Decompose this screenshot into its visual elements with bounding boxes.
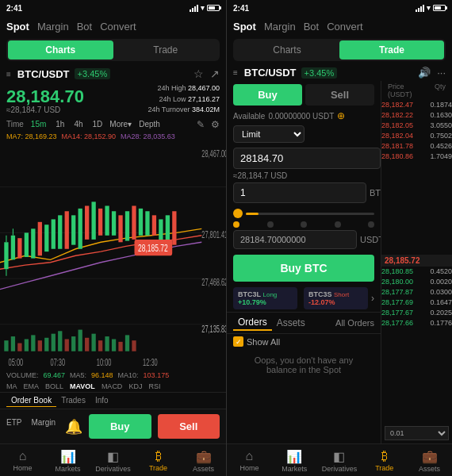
tf-more[interactable]: More▾	[109, 120, 132, 129]
sell-button-left[interactable]: Sell	[158, 414, 220, 439]
nav-tab-convert-left[interactable]: Convert	[100, 19, 136, 34]
status-bar-right: 2:41 ▾	[227, 0, 452, 16]
nav-derivatives-right[interactable]: ◧ Derivatives	[317, 447, 362, 474]
tick-25[interactable]	[267, 221, 274, 228]
ob-tab-trades[interactable]: Trades	[56, 394, 90, 407]
more-icon[interactable]: ···	[437, 67, 446, 79]
svg-rect-46	[25, 339, 29, 351]
nav-tab-bot-right[interactable]: Bot	[304, 19, 320, 34]
amount-input[interactable]	[233, 182, 366, 203]
nav-tab-margin-left[interactable]: Margin	[37, 19, 69, 34]
amount-currency: BTC	[370, 188, 381, 198]
btc3l-token[interactable]: BTC3L Long +10.79%	[233, 287, 297, 309]
buy-button-left[interactable]: Buy	[89, 414, 151, 439]
tf-15m[interactable]: 15m	[29, 119, 48, 129]
all-orders-btn[interactable]: All Orders	[335, 318, 374, 328]
signal-icon	[190, 4, 198, 12]
slider-track[interactable]	[246, 213, 374, 215]
ma10-label: MA10:	[118, 371, 139, 379]
ind-rsi[interactable]: RSI	[148, 382, 160, 390]
ind-boll[interactable]: BOLL	[45, 382, 63, 390]
btc3s-tag: Short	[334, 291, 349, 298]
alerts-icon[interactable]: 🔔	[65, 418, 82, 436]
sell-tab[interactable]: Sell	[305, 84, 374, 106]
trade-tab-left[interactable]: Trade	[113, 40, 219, 60]
tf-4h[interactable]: 4h	[71, 119, 85, 129]
total-input[interactable]	[233, 230, 357, 249]
nav-tab-spot-left[interactable]: Spot	[6, 19, 29, 34]
svg-rect-57	[98, 340, 102, 351]
derivatives-icon-left: ◧	[107, 449, 119, 464]
ind-kdj[interactable]: KDJ	[128, 382, 142, 390]
nav-assets-left[interactable]: 💼 Assets	[181, 447, 226, 474]
nav-markets-left[interactable]: 📊 Markets	[45, 447, 90, 474]
nav-home-left[interactable]: ⌂ Home	[0, 447, 45, 474]
svg-rect-56	[91, 333, 95, 351]
nav-tab-margin-right[interactable]: Margin	[264, 19, 296, 34]
nav-tab-spot-right[interactable]: Spot	[233, 19, 256, 34]
btc3s-token[interactable]: BTC3S Short -12.07%	[304, 287, 368, 309]
order-type-select[interactable]: Limit Market Stop Limit	[233, 125, 305, 143]
charts-tab-left[interactable]: Charts	[8, 40, 113, 60]
tf-1d[interactable]: 1D	[90, 119, 105, 129]
orders-tab[interactable]: Orders	[233, 315, 272, 331]
available-row: Available 0.00000000 USDT ⊕	[227, 109, 381, 123]
assets-tab[interactable]: Assets	[272, 316, 310, 330]
btc3s-pct: -12.07%	[308, 298, 335, 306]
tick-75[interactable]	[335, 221, 341, 228]
tick-50[interactable]	[301, 221, 307, 228]
qty-select[interactable]: 0.01 0.1 1	[385, 426, 449, 440]
price-input[interactable]	[233, 148, 381, 169]
buy-btc-button[interactable]: Buy BTC	[233, 255, 374, 282]
nav-trade-left[interactable]: ₿ Trade	[136, 447, 181, 474]
tick-0[interactable]	[233, 221, 239, 228]
nav-assets-right[interactable]: 💼 Assets	[407, 447, 452, 474]
lev-arrow-icon[interactable]: ›	[371, 293, 374, 304]
ind-macd[interactable]: MACD	[102, 382, 123, 390]
show-all-row: ✓ Show All	[227, 334, 381, 349]
trade-tab-right[interactable]: Trade	[339, 40, 444, 60]
slider-ticks	[227, 221, 381, 228]
ob-tab-info[interactable]: Info	[90, 394, 113, 407]
buy-tab[interactable]: Buy	[233, 84, 302, 106]
nav-markets-right[interactable]: 📊 Markets	[272, 447, 317, 474]
star-icon[interactable]: ☆	[193, 67, 204, 80]
total-currency: USDT	[360, 235, 381, 244]
slider-handle[interactable]	[233, 209, 243, 218]
ma5-value: 96.148	[91, 371, 113, 379]
empty-state: Oops, you don't have any balance in the …	[227, 349, 381, 381]
show-all-checkbox[interactable]: ✓	[233, 336, 243, 347]
btc3s-name: BTC3S	[308, 290, 332, 298]
ma28-indicator: MA28: 28,035.63	[121, 132, 175, 140]
ind-ma[interactable]: MA	[6, 382, 17, 390]
nav-tab-convert-right[interactable]: Convert	[327, 19, 363, 34]
trade-label-left: Trade	[149, 464, 167, 472]
margin-icon[interactable]: Margin	[31, 418, 56, 436]
share-icon[interactable]: ↗	[210, 67, 220, 80]
audio-icon[interactable]: 🔊	[418, 67, 431, 79]
ind-ema[interactable]: EMA	[24, 382, 40, 390]
settings-icon[interactable]: ⚙	[211, 119, 220, 130]
chart-area-left: 28,467.00 27,801.41 27,468.62 27,135.83	[0, 141, 226, 370]
charts-tab-right[interactable]: Charts	[235, 40, 339, 60]
btc3l-pct: +10.79%	[238, 298, 266, 306]
svg-rect-48	[38, 340, 42, 351]
mas-label: MA5:	[70, 371, 86, 379]
info-icon[interactable]: ⊕	[337, 110, 345, 121]
ticker-symbol-left: BTC/USDT	[17, 68, 70, 80]
ticker-lines-icon-right: ≡	[233, 68, 238, 77]
pencil-icon[interactable]: ✎	[197, 119, 205, 130]
nav-derivatives-left[interactable]: ◧ Derivatives	[90, 447, 136, 474]
ob-tab-orderbook[interactable]: Order Book	[6, 394, 56, 407]
etp-icon[interactable]: ETP	[6, 418, 21, 436]
svg-rect-52	[65, 339, 69, 351]
tf-depth[interactable]: Depth	[136, 119, 163, 129]
nav-trade-right[interactable]: ₿ Trade	[362, 447, 407, 474]
tick-100[interactable]	[368, 221, 374, 228]
tf-1h[interactable]: 1h	[53, 119, 67, 129]
limit-row: Limit Market Stop Limit	[227, 123, 381, 145]
ind-mavol[interactable]: MAVOL	[70, 382, 95, 390]
nav-home-right[interactable]: ⌂ Home	[227, 447, 272, 474]
ask-price-1: 28,182.47	[381, 101, 413, 109]
nav-tab-bot-left[interactable]: Bot	[77, 19, 93, 34]
